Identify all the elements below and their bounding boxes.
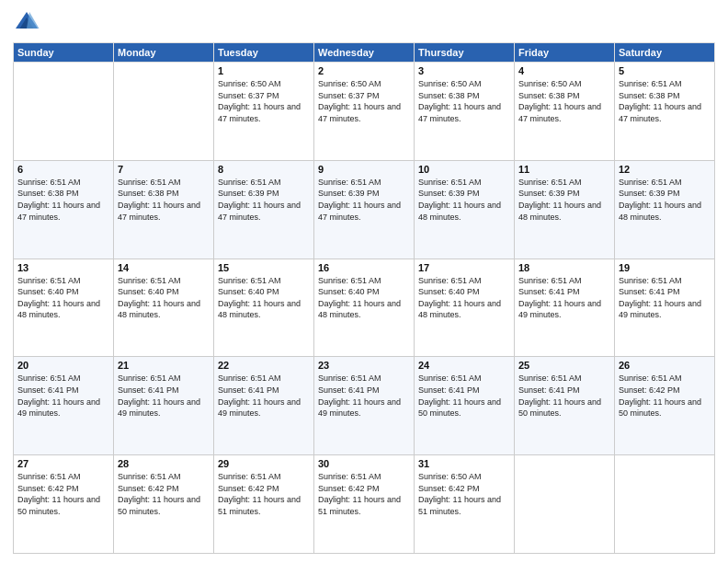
day-info: Sunrise: 6:51 AM Sunset: 6:42 PM Dayligh… xyxy=(218,471,310,517)
day-info: Sunrise: 6:51 AM Sunset: 6:42 PM Dayligh… xyxy=(619,373,711,419)
day-number: 6 xyxy=(17,164,109,175)
calendar-cell: 3Sunrise: 6:50 AM Sunset: 6:38 PM Daylig… xyxy=(415,63,515,161)
day-number: 19 xyxy=(619,262,711,273)
day-info: Sunrise: 6:51 AM Sunset: 6:42 PM Dayligh… xyxy=(318,471,410,517)
day-number: 17 xyxy=(418,262,510,273)
day-info: Sunrise: 6:51 AM Sunset: 6:41 PM Dayligh… xyxy=(318,373,410,419)
day-number: 29 xyxy=(218,458,310,469)
calendar-cell: 13Sunrise: 6:51 AM Sunset: 6:40 PM Dayli… xyxy=(14,259,114,357)
day-number: 16 xyxy=(318,262,410,273)
day-info: Sunrise: 6:51 AM Sunset: 6:42 PM Dayligh… xyxy=(118,471,210,517)
day-info: Sunrise: 6:51 AM Sunset: 6:38 PM Dayligh… xyxy=(118,177,210,223)
day-info: Sunrise: 6:51 AM Sunset: 6:41 PM Dayligh… xyxy=(218,373,310,419)
week-row-3: 13Sunrise: 6:51 AM Sunset: 6:40 PM Dayli… xyxy=(14,259,715,357)
day-info: Sunrise: 6:51 AM Sunset: 6:39 PM Dayligh… xyxy=(218,177,310,223)
day-info: Sunrise: 6:51 AM Sunset: 6:40 PM Dayligh… xyxy=(218,275,310,321)
day-info: Sunrise: 6:50 AM Sunset: 6:37 PM Dayligh… xyxy=(318,78,410,124)
day-info: Sunrise: 6:51 AM Sunset: 6:39 PM Dayligh… xyxy=(518,177,610,223)
calendar-cell: 18Sunrise: 6:51 AM Sunset: 6:41 PM Dayli… xyxy=(515,259,615,357)
day-number: 26 xyxy=(619,360,711,371)
week-row-4: 20Sunrise: 6:51 AM Sunset: 6:41 PM Dayli… xyxy=(14,357,715,455)
day-number: 7 xyxy=(118,164,210,175)
day-number: 1 xyxy=(218,65,310,76)
svg-marker-2 xyxy=(27,12,40,29)
week-row-5: 27Sunrise: 6:51 AM Sunset: 6:42 PM Dayli… xyxy=(14,455,715,554)
day-number: 3 xyxy=(418,65,510,76)
day-info: Sunrise: 6:51 AM Sunset: 6:40 PM Dayligh… xyxy=(318,275,410,321)
calendar-cell: 12Sunrise: 6:51 AM Sunset: 6:39 PM Dayli… xyxy=(615,160,715,259)
calendar-cell: 10Sunrise: 6:51 AM Sunset: 6:39 PM Dayli… xyxy=(415,160,515,259)
day-info: Sunrise: 6:50 AM Sunset: 6:42 PM Dayligh… xyxy=(418,471,510,517)
page: SundayMondayTuesdayWednesdayThursdayFrid… xyxy=(0,0,728,563)
calendar-cell: 11Sunrise: 6:51 AM Sunset: 6:39 PM Dayli… xyxy=(515,160,615,259)
day-number: 31 xyxy=(418,458,510,469)
day-number: 18 xyxy=(518,262,610,273)
day-info: Sunrise: 6:51 AM Sunset: 6:38 PM Dayligh… xyxy=(619,78,711,124)
header xyxy=(13,9,715,37)
calendar-cell: 4Sunrise: 6:50 AM Sunset: 6:38 PM Daylig… xyxy=(515,63,615,161)
day-header-friday: Friday xyxy=(515,43,615,63)
day-number: 24 xyxy=(418,360,510,371)
calendar-cell: 24Sunrise: 6:51 AM Sunset: 6:41 PM Dayli… xyxy=(415,357,515,455)
calendar-cell: 16Sunrise: 6:51 AM Sunset: 6:40 PM Dayli… xyxy=(314,259,415,357)
day-number: 12 xyxy=(619,164,711,175)
day-number: 23 xyxy=(318,360,410,371)
day-info: Sunrise: 6:51 AM Sunset: 6:39 PM Dayligh… xyxy=(318,177,410,223)
day-number: 30 xyxy=(318,458,410,469)
day-info: Sunrise: 6:51 AM Sunset: 6:38 PM Dayligh… xyxy=(17,177,109,223)
day-info: Sunrise: 6:51 AM Sunset: 6:40 PM Dayligh… xyxy=(118,275,210,321)
day-info: Sunrise: 6:50 AM Sunset: 6:38 PM Dayligh… xyxy=(418,78,510,124)
calendar-cell: 31Sunrise: 6:50 AM Sunset: 6:42 PM Dayli… xyxy=(415,455,515,554)
calendar-cell: 6Sunrise: 6:51 AM Sunset: 6:38 PM Daylig… xyxy=(14,160,114,259)
day-info: Sunrise: 6:51 AM Sunset: 6:40 PM Dayligh… xyxy=(418,275,510,321)
calendar-cell xyxy=(14,63,114,161)
day-info: Sunrise: 6:51 AM Sunset: 6:41 PM Dayligh… xyxy=(17,373,109,419)
day-number: 13 xyxy=(17,262,109,273)
calendar-cell: 30Sunrise: 6:51 AM Sunset: 6:42 PM Dayli… xyxy=(314,455,415,554)
day-info: Sunrise: 6:51 AM Sunset: 6:41 PM Dayligh… xyxy=(118,373,210,419)
calendar-cell xyxy=(114,63,214,161)
calendar-table: SundayMondayTuesdayWednesdayThursdayFrid… xyxy=(13,42,715,554)
calendar-cell: 1Sunrise: 6:50 AM Sunset: 6:37 PM Daylig… xyxy=(214,63,314,161)
calendar-cell: 28Sunrise: 6:51 AM Sunset: 6:42 PM Dayli… xyxy=(114,455,214,554)
calendar-cell: 22Sunrise: 6:51 AM Sunset: 6:41 PM Dayli… xyxy=(214,357,314,455)
day-number: 11 xyxy=(518,164,610,175)
day-info: Sunrise: 6:50 AM Sunset: 6:37 PM Dayligh… xyxy=(218,78,310,124)
day-info: Sunrise: 6:51 AM Sunset: 6:41 PM Dayligh… xyxy=(418,373,510,419)
day-info: Sunrise: 6:51 AM Sunset: 6:40 PM Dayligh… xyxy=(17,275,109,321)
day-info: Sunrise: 6:51 AM Sunset: 6:41 PM Dayligh… xyxy=(518,275,610,321)
calendar-cell: 15Sunrise: 6:51 AM Sunset: 6:40 PM Dayli… xyxy=(214,259,314,357)
calendar-cell: 23Sunrise: 6:51 AM Sunset: 6:41 PM Dayli… xyxy=(314,357,415,455)
day-info: Sunrise: 6:50 AM Sunset: 6:38 PM Dayligh… xyxy=(518,78,610,124)
day-number: 25 xyxy=(518,360,610,371)
day-info: Sunrise: 6:51 AM Sunset: 6:41 PM Dayligh… xyxy=(518,373,610,419)
logo-icon xyxy=(13,9,40,37)
calendar-cell: 26Sunrise: 6:51 AM Sunset: 6:42 PM Dayli… xyxy=(615,357,715,455)
logo xyxy=(13,9,44,37)
day-info: Sunrise: 6:51 AM Sunset: 6:42 PM Dayligh… xyxy=(17,471,109,517)
calendar-cell: 19Sunrise: 6:51 AM Sunset: 6:41 PM Dayli… xyxy=(615,259,715,357)
week-row-1: 1Sunrise: 6:50 AM Sunset: 6:37 PM Daylig… xyxy=(14,63,715,161)
calendar-cell xyxy=(515,455,615,554)
day-header-tuesday: Tuesday xyxy=(214,43,314,63)
calendar-cell: 27Sunrise: 6:51 AM Sunset: 6:42 PM Dayli… xyxy=(14,455,114,554)
calendar-cell: 7Sunrise: 6:51 AM Sunset: 6:38 PM Daylig… xyxy=(114,160,214,259)
day-number: 14 xyxy=(118,262,210,273)
day-header-thursday: Thursday xyxy=(415,43,515,63)
day-number: 21 xyxy=(118,360,210,371)
day-info: Sunrise: 6:51 AM Sunset: 6:39 PM Dayligh… xyxy=(619,177,711,223)
day-number: 10 xyxy=(418,164,510,175)
day-number: 15 xyxy=(218,262,310,273)
day-number: 22 xyxy=(218,360,310,371)
day-header-wednesday: Wednesday xyxy=(314,43,415,63)
day-header-saturday: Saturday xyxy=(615,43,715,63)
calendar-cell: 14Sunrise: 6:51 AM Sunset: 6:40 PM Dayli… xyxy=(114,259,214,357)
calendar-cell: 25Sunrise: 6:51 AM Sunset: 6:41 PM Dayli… xyxy=(515,357,615,455)
calendar-cell: 17Sunrise: 6:51 AM Sunset: 6:40 PM Dayli… xyxy=(415,259,515,357)
day-number: 9 xyxy=(318,164,410,175)
calendar-cell: 5Sunrise: 6:51 AM Sunset: 6:38 PM Daylig… xyxy=(615,63,715,161)
day-number: 8 xyxy=(218,164,310,175)
calendar-cell: 20Sunrise: 6:51 AM Sunset: 6:41 PM Dayli… xyxy=(14,357,114,455)
day-info: Sunrise: 6:51 AM Sunset: 6:41 PM Dayligh… xyxy=(619,275,711,321)
day-number: 27 xyxy=(17,458,109,469)
